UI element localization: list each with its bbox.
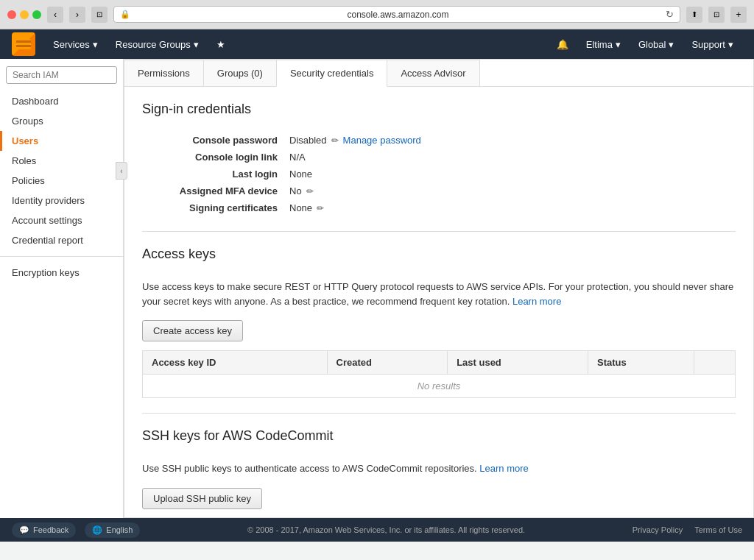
upload-ssh-key-button[interactable]: Upload SSH public key [142, 488, 262, 509]
cred-row-last-login: Last login None [142, 169, 736, 180]
aws-top-nav: Services ▾ Resource Groups ▾ ★ 🔔 Eltima … [0, 29, 754, 59]
ssh-keys-learn-more-link[interactable]: Learn more [479, 463, 528, 474]
create-access-key-button[interactable]: Create access key [142, 320, 243, 341]
mfa-device-edit-icon[interactable]: ✏ [306, 186, 314, 196]
ssh-keys-table: SSH key ID Uploaded Status [142, 518, 736, 519]
cred-value-signing-certs: None ✏ [289, 202, 324, 213]
resource-groups-label: Resource Groups [116, 39, 191, 50]
access-keys-table-body: No results [143, 375, 736, 398]
cred-row-console-login-link: Console login link N/A [142, 152, 736, 163]
back-button[interactable]: ‹ [47, 7, 63, 23]
manage-password-link[interactable]: Manage password [343, 135, 421, 146]
user-nav-item[interactable]: Eltima ▾ [577, 29, 630, 59]
section-divider-2 [142, 413, 736, 414]
support-nav-item[interactable]: Support ▾ [683, 29, 742, 59]
region-chevron-icon: ▾ [669, 39, 674, 50]
cred-label-console-password: Console password [142, 135, 289, 146]
tab-access-advisor-label: Access Advisor [401, 68, 465, 79]
sidebar-item-credential-report[interactable]: Credential report [0, 230, 123, 250]
footer: 💬 Feedback 🌐 English © 2008 - 2017, Amaz… [0, 518, 754, 542]
privacy-policy-link[interactable]: Privacy Policy [633, 525, 683, 534]
feedback-bubble-icon: 💬 [19, 525, 29, 535]
resource-groups-nav-item[interactable]: Resource Groups ▾ [107, 29, 208, 59]
console-login-link-value: N/A [289, 152, 306, 163]
close-dot[interactable] [7, 10, 16, 19]
tab-access-advisor[interactable]: Access Advisor [387, 60, 479, 86]
col-header-status: Status [588, 351, 694, 375]
support-label: Support [691, 39, 725, 50]
tab-groups-label: Groups (0) [217, 68, 263, 79]
fullscreen-button[interactable]: ⊡ [708, 7, 725, 23]
tabs-container: Permissions Groups (0) Security credenti… [124, 60, 753, 87]
search-input[interactable] [6, 66, 117, 84]
tab-groups[interactable]: Groups (0) [203, 60, 277, 86]
sidebar-nav-2: Encryption keys [0, 263, 123, 283]
sign-in-credentials-title: Sign-in credentials [142, 102, 736, 123]
sidebar-item-users[interactable]: Users [0, 131, 123, 151]
no-results-text: No results [143, 375, 736, 398]
cred-value-console-login-link: N/A [289, 152, 306, 163]
tab-security-credentials[interactable]: Security credentials [276, 60, 387, 87]
col-header-actions [694, 351, 736, 375]
maximize-dot[interactable] [32, 10, 41, 19]
sidebar-item-identity-providers[interactable]: Identity providers [0, 191, 123, 210]
region-nav-item[interactable]: Global ▾ [630, 29, 683, 59]
share-button[interactable]: ⬆ [686, 7, 702, 23]
sidebar-item-policies[interactable]: Policies [0, 171, 123, 191]
bell-icon: 🔔 [557, 39, 568, 50]
reload-button[interactable]: ↻ [666, 9, 674, 20]
tab-permissions[interactable]: Permissions [124, 60, 204, 86]
sidebar-item-groups[interactable]: Groups [0, 111, 123, 131]
cred-value-console-password: Disabled ✏ Manage password [289, 135, 421, 146]
signing-certs-edit-icon[interactable]: ✏ [317, 203, 324, 213]
content-area: Permissions Groups (0) Security credenti… [124, 59, 754, 518]
services-nav-item[interactable]: Services ▾ [44, 29, 107, 59]
access-keys-description: Use access keys to make secure REST or H… [142, 280, 736, 308]
access-keys-table-head: Access key ID Created Last used Status [143, 351, 736, 375]
cred-value-mfa-device: No ✏ [289, 185, 314, 196]
feedback-label: Feedback [33, 525, 68, 534]
sidebar-divider [0, 256, 123, 257]
access-keys-learn-more-link[interactable]: Learn more [512, 296, 561, 307]
browser-chrome: ‹ › ⊡ 🔒 console.aws.amazon.com ↻ ⬆ ⊡ + [0, 0, 754, 29]
address-bar[interactable]: 🔒 console.aws.amazon.com ↻ [113, 6, 680, 23]
sidebar-item-roles[interactable]: Roles [0, 151, 123, 171]
credentials-table: Console password Disabled ✏ Manage passw… [142, 135, 736, 213]
col-header-access-key-id: Access key ID [143, 351, 328, 375]
section-divider-1 [142, 231, 736, 232]
signing-certs-value: None [289, 202, 312, 213]
new-tab-button[interactable]: + [730, 7, 747, 23]
sidebar-item-account-settings[interactable]: Account settings [0, 210, 123, 230]
col-header-last-used: Last used [448, 351, 588, 375]
support-chevron-icon: ▾ [728, 39, 733, 50]
minimize-dot[interactable] [20, 10, 29, 19]
feedback-button[interactable]: 💬 Feedback [12, 522, 76, 538]
favorites-nav-item[interactable]: ★ [208, 29, 234, 59]
mfa-device-value: No [289, 185, 302, 196]
forward-button[interactable]: › [69, 7, 85, 23]
sidebar-nav: Dashboard Groups Users Roles Policies Id… [0, 91, 123, 250]
notifications-nav-item[interactable]: 🔔 [548, 29, 577, 59]
access-keys-table: Access key ID Created Last used Status N… [142, 350, 736, 398]
sidebar: Dashboard Groups Users Roles Policies Id… [0, 59, 124, 518]
cred-label-last-login: Last login [142, 169, 289, 180]
tab-permissions-label: Permissions [138, 68, 190, 79]
cred-label-signing-certs: Signing certificates [142, 202, 289, 213]
language-button[interactable]: 🌐 English [85, 522, 140, 538]
console-password-edit-icon[interactable]: ✏ [331, 135, 339, 146]
access-keys-desc-text: Use access keys to make secure REST or H… [142, 281, 733, 307]
cred-label-mfa-device: Assigned MFA device [142, 185, 289, 196]
main-layout: Dashboard Groups Users Roles Policies Id… [0, 59, 754, 518]
cred-value-last-login: None [289, 169, 312, 180]
copyright-text: © 2008 - 2017, Amazon Web Services, Inc.… [155, 525, 617, 534]
star-icon: ★ [216, 39, 225, 50]
terms-of-use-link[interactable]: Terms of Use [694, 525, 742, 534]
window-button[interactable]: ⊡ [91, 7, 108, 23]
sidebar-item-encryption-keys[interactable]: Encryption keys [0, 263, 123, 283]
user-label: Eltima [586, 39, 613, 50]
cred-row-mfa-device: Assigned MFA device No ✏ [142, 185, 736, 196]
aws-logo[interactable] [12, 32, 35, 56]
sidebar-toggle-button[interactable]: ‹ [116, 162, 127, 180]
ssh-keys-desc-text: Use SSH public keys to authenticate acce… [142, 463, 479, 474]
sidebar-item-dashboard[interactable]: Dashboard [0, 91, 123, 111]
